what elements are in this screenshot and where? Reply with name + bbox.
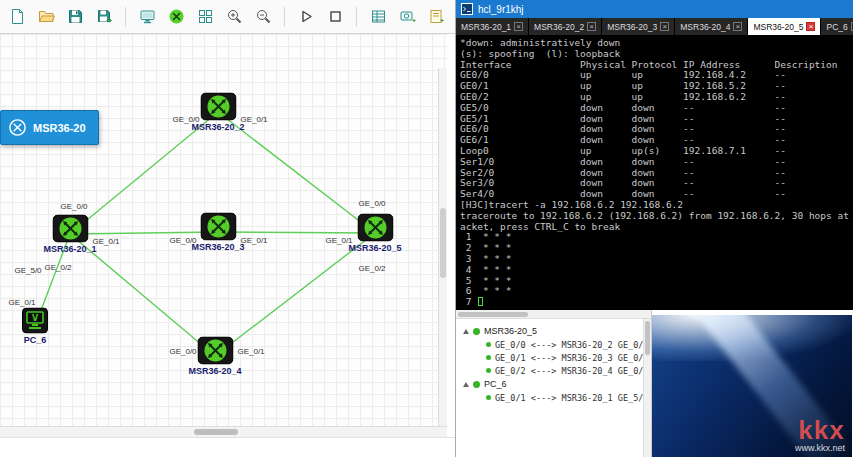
tab-label: MSR36-20_5 xyxy=(753,22,803,32)
tree-link-label: GE_0/1 <---> MSR36-20_1 GE_5/0 xyxy=(495,393,649,403)
expand-triangle-icon[interactable] xyxy=(463,382,469,387)
topology-workspace: MSR36-20 MSR36-20_2MSR36-20_1MSR36-20_3M… xyxy=(0,0,456,457)
terminal-tabs: MSR36-20_1×MSR36-20_2×MSR36-20_3×MSR36-2… xyxy=(456,18,853,35)
tree-link-item[interactable]: GE_0/0 <---> MSR36-20_2 GE_0/1 xyxy=(486,338,641,351)
tab-close-icon[interactable]: × xyxy=(514,22,523,31)
tab-close-icon[interactable]: × xyxy=(660,22,669,31)
port-label: GE_0/0 xyxy=(169,236,196,245)
port-label: GE_0/1 xyxy=(240,236,267,245)
link-status-dot xyxy=(486,368,491,373)
console-window: hcl_9r1khj MSR36-20_1×MSR36-20_2×MSR36-2… xyxy=(456,0,853,310)
link-status-dot xyxy=(486,342,491,347)
router-icon xyxy=(200,213,236,241)
bottom-right-area: MSR36-20_5GE_0/0 <---> MSR36-20_2 GE_0/1… xyxy=(456,310,853,457)
tree-link-item[interactable]: GE_0/1 <---> MSR36-20_3 GE_0/1 xyxy=(486,351,641,364)
console-title: hcl_9r1khj xyxy=(478,4,524,15)
tab-close-icon[interactable]: × xyxy=(587,22,596,31)
screenshot-icon[interactable] xyxy=(396,6,418,28)
terminal-screen[interactable]: *down: administratively down(s): spoofin… xyxy=(456,35,853,310)
terminal-tab-MSR36-20_2[interactable]: MSR36-20_2× xyxy=(529,18,602,35)
device-label: MSR36-20_1 xyxy=(43,244,96,254)
device-node-MSR36-20_5[interactable]: MSR36-20_5 xyxy=(348,214,401,253)
export-topology-icon[interactable] xyxy=(93,6,115,28)
watermark: kkx www.kkx.net xyxy=(795,417,845,453)
terminal-tab-MSR36-20_1[interactable]: MSR36-20_1× xyxy=(456,18,529,35)
scrollbar-thumb[interactable] xyxy=(440,208,446,278)
tree-link-item[interactable]: GE_0/2 <---> MSR36-20_4 GE_0/1 xyxy=(486,364,641,377)
router-icon xyxy=(197,337,233,365)
start-all-icon[interactable] xyxy=(295,6,317,28)
tab-close-icon[interactable]: × xyxy=(806,22,815,31)
device-label: MSR36-20_4 xyxy=(188,366,241,376)
status-bar xyxy=(0,437,455,457)
save-topology-icon[interactable] xyxy=(64,6,86,28)
port-label: GE_5/0 xyxy=(14,266,41,275)
terminal-tab-MSR36-20_3[interactable]: MSR36-20_3× xyxy=(602,18,675,35)
terminal-line: 1 * * * xyxy=(460,232,853,243)
device-node-MSR36-20_4[interactable]: MSR36-20_4 xyxy=(188,337,241,376)
port-label: GE_0/0 xyxy=(60,202,87,211)
router-icon xyxy=(357,214,393,242)
device-node-MSR36-20_2[interactable]: MSR36-20_2 xyxy=(191,93,244,132)
router-icon xyxy=(52,215,88,243)
interface-list-icon[interactable] xyxy=(367,6,389,28)
zoom-out-icon[interactable] xyxy=(252,6,274,28)
terminal-line: 6 * * * xyxy=(460,286,853,297)
tree-vertical-scrollbar[interactable] xyxy=(643,319,651,457)
port-label: GE_0/0 xyxy=(358,199,385,208)
terminal-icon xyxy=(461,3,473,15)
tab-label: MSR36-20_4 xyxy=(680,22,730,32)
tab-close-icon[interactable]: × xyxy=(733,22,742,31)
tree-node-label: MSR36-20_5 xyxy=(484,326,537,336)
zoom-in-icon[interactable] xyxy=(223,6,245,28)
scrollbar-thumb[interactable] xyxy=(645,321,650,355)
terminal-line: (s): spoofing (l): loopback xyxy=(460,49,853,60)
open-topology-icon[interactable] xyxy=(35,6,57,28)
tree-horizontal-scrollbar[interactable] xyxy=(456,310,651,319)
device-status-dot xyxy=(473,328,480,335)
device-panel-icon[interactable] xyxy=(136,6,158,28)
device-status-dot xyxy=(473,381,480,388)
terminal-tab-PC_6[interactable]: PC_6× xyxy=(821,18,853,35)
new-topology-icon[interactable] xyxy=(6,6,28,28)
router-mode-icon[interactable] xyxy=(165,6,187,28)
terminal-tab-MSR36-20_4[interactable]: MSR36-20_4× xyxy=(675,18,748,35)
stop-all-icon[interactable] xyxy=(324,6,346,28)
scrollbar-thumb[interactable] xyxy=(194,429,238,435)
promo-photo: kkx www.kkx.net xyxy=(652,315,852,457)
port-label: GE_0/2 xyxy=(44,263,71,272)
scrollbar-thumb[interactable] xyxy=(458,312,528,317)
grid-layout-icon[interactable] xyxy=(194,6,216,28)
add-note-icon[interactable] xyxy=(425,6,447,28)
tree-node-MSR36-20_5[interactable]: MSR36-20_5 xyxy=(463,324,641,338)
tab-label: MSR36-20_3 xyxy=(607,22,657,32)
port-label: GE_0/2 xyxy=(358,264,385,273)
device-label: MSR36-20_3 xyxy=(191,242,244,252)
port-label: GE_0/1 xyxy=(325,236,352,245)
port-label: GE_0/0 xyxy=(169,347,196,356)
tab-label: MSR36-20_2 xyxy=(534,22,584,32)
svg-text:V: V xyxy=(32,314,39,323)
expand-triangle-icon[interactable] xyxy=(463,329,469,334)
device-node-PC_6[interactable]: VPC_6 xyxy=(22,308,48,345)
terminal-tab-MSR36-20_5[interactable]: MSR36-20_5× xyxy=(748,18,821,35)
tree-link-label: GE_0/2 <---> MSR36-20_4 GE_0/1 xyxy=(495,366,649,376)
device-node-MSR36-20_3[interactable]: MSR36-20_3 xyxy=(191,213,244,252)
console-titlebar[interactable]: hcl_9r1khj xyxy=(456,0,853,18)
terminal-line: acket, press CTRL_C to break xyxy=(460,222,853,233)
link-status-dot xyxy=(486,355,491,360)
tooltip-label: MSR36-20 xyxy=(33,122,86,134)
tree-link-label: GE_0/0 <---> MSR36-20_2 GE_0/1 xyxy=(495,340,649,350)
tree-link-item[interactable]: GE_0/1 <---> MSR36-20_1 GE_5/0 xyxy=(486,391,641,404)
tab-label: MSR36-20_1 xyxy=(461,22,511,32)
tree-link-label: GE_0/1 <---> MSR36-20_3 GE_0/1 xyxy=(495,353,649,363)
canvas-vertical-scrollbar[interactable] xyxy=(438,68,447,426)
toolbar-separator xyxy=(125,7,126,27)
tree-node-PC_6[interactable]: PC_6 xyxy=(463,377,641,391)
router-icon xyxy=(200,93,236,121)
device-node-MSR36-20_1[interactable]: MSR36-20_1 xyxy=(43,215,96,254)
terminal-line: 4 * * * xyxy=(460,265,853,276)
canvas-horizontal-scrollbar[interactable] xyxy=(0,426,447,437)
topology-canvas[interactable]: MSR36-20 MSR36-20_2MSR36-20_1MSR36-20_3M… xyxy=(0,34,447,426)
router-icon xyxy=(8,118,27,137)
